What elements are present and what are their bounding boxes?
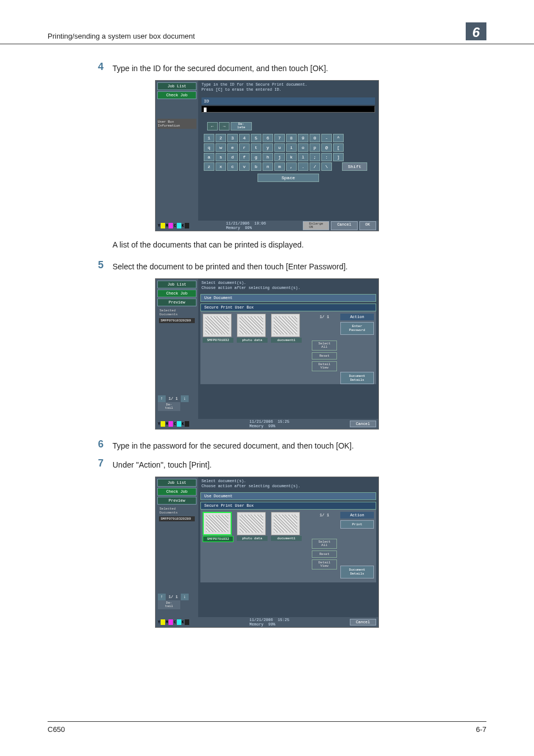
kb-key[interactable]: t [251,143,261,152]
kb-key[interactable]: r [239,143,250,152]
kb-key[interactable]: \ [321,162,332,171]
kb-key[interactable]: n [263,162,273,171]
kb-key[interactable]: e [227,143,238,152]
kb-shift-button[interactable]: Shift [342,162,367,171]
cancel-button[interactable]: Cancel [350,619,376,626]
kb-key[interactable]: 0 [310,134,320,142]
doc-thumb[interactable]: SMFP0701032 [203,314,233,343]
kb-key[interactable]: 5 [251,134,261,142]
page-down-button[interactable]: ↓ [181,594,189,600]
checkjob-button[interactable]: Check Job [157,488,196,496]
detail-button[interactable]: De- tail [158,402,180,411]
doc-thumb[interactable]: photo data [237,512,268,542]
kb-key[interactable]: [ [333,143,344,152]
kb-key[interactable]: b [251,162,261,171]
kb-key[interactable]: 4 [239,134,250,142]
preview-button[interactable]: Preview [157,298,196,306]
kb-key[interactable]: c [227,162,238,171]
kb-key[interactable]: w [216,143,226,152]
kb-key[interactable]: i [286,143,297,152]
kb-key[interactable]: ^ [333,134,344,142]
document-details-button[interactable]: Document Details [340,372,374,384]
kb-key[interactable]: 9 [298,134,308,142]
screenshot-select-doc: Job List Check Job Preview Selected Docu… [155,278,379,430]
select-all-button[interactable]: Select All [312,539,337,549]
kb-key[interactable]: ] [333,153,344,161]
cancel-button[interactable]: Cancel [331,221,357,230]
kb-key[interactable]: q [204,143,214,152]
kb-key[interactable]: 6 [263,134,273,142]
kb-key[interactable]: l [298,153,308,161]
cancel-button[interactable]: Cancel [350,421,376,427]
page-down-button[interactable]: ↓ [181,395,189,402]
reset-button[interactable]: Reset [312,352,337,360]
kb-key[interactable]: @ [321,143,332,152]
kb-key[interactable]: p [310,143,320,152]
toner-indicators: YMCK [158,421,189,427]
tab-use-document[interactable]: Use Document [200,294,376,302]
select-all-button[interactable]: Select All [312,340,337,351]
step-text-4: Type in the ID for the secured document,… [113,63,328,74]
selected-doc-item: SMFP07010320280 [159,516,195,521]
kb-key[interactable]: u [274,143,285,152]
kb-delete-button[interactable]: De- lete [231,122,252,130]
screenshot-action-print: Job List Check Job Preview Selected Docu… [155,477,379,628]
step-number-5: 5 [48,259,104,271]
kb-key[interactable]: k [286,153,297,161]
kb-key[interactable]: g [251,153,261,161]
enlarge-button[interactable]: Enlarge ON [303,221,329,230]
reset-button[interactable]: Reset [312,550,337,558]
kb-key[interactable]: . [298,162,308,171]
kb-key[interactable]: / [310,162,320,171]
ok-button[interactable]: OK [359,221,376,230]
kb-key[interactable]: d [227,153,238,161]
checkjob-button[interactable]: Check Job [157,91,196,99]
step-number-4: 4 [48,61,104,73]
tab-secure-print[interactable]: Secure Print User Box [200,304,376,311]
kb-key[interactable]: y [263,143,273,152]
preview-button[interactable]: Preview [157,497,196,505]
kb-key[interactable]: , [286,162,297,171]
detail-view-button[interactable]: Detail View [312,559,337,570]
kb-key[interactable]: 8 [286,134,297,142]
print-button[interactable]: Print [340,520,374,529]
kb-key[interactable]: ; [310,153,320,161]
page-up-button[interactable]: ↑ [158,395,166,402]
kb-key[interactable]: o [298,143,308,152]
kb-key[interactable]: h [263,153,273,161]
kb-left-arrow[interactable]: ← [207,122,218,130]
joblist-button[interactable]: Job List [157,281,196,288]
detail-view-button[interactable]: Detail View [312,361,337,371]
kb-key[interactable]: a [204,153,214,161]
doc-thumb[interactable]: SMFP0701032 [203,512,233,542]
enter-password-button[interactable]: Enter Password [340,322,374,334]
kb-key[interactable]: j [274,153,285,161]
kb-key[interactable]: f [239,153,250,161]
joblist-button[interactable]: Job List [157,479,196,487]
doc-thumb[interactable]: document1 [271,314,302,343]
joblist-button[interactable]: Job List [157,82,196,90]
kb-key[interactable]: 3 [227,134,238,142]
tab-use-document[interactable]: Use Document [200,492,376,500]
id-input[interactable] [202,106,375,113]
tab-secure-print[interactable]: Secure Print User Box [200,502,376,510]
detail-button[interactable]: De- tail [158,600,180,609]
kb-key[interactable]: 1 [204,134,214,142]
kb-right-arrow[interactable]: → [219,122,229,130]
doc-thumb[interactable]: document1 [271,512,302,542]
kb-key[interactable]: 2 [216,134,226,142]
panel-message: Select document(s). Choose action after … [198,279,378,292]
kb-key[interactable]: m [274,162,285,171]
kb-key[interactable]: : [321,153,332,161]
kb-key[interactable]: v [239,162,250,171]
kb-key[interactable]: - [321,134,332,142]
kb-key[interactable]: z [204,162,214,171]
kb-space-button[interactable]: Space [257,174,319,182]
kb-key[interactable]: x [216,162,226,171]
kb-key[interactable]: s [216,153,226,161]
page-up-button[interactable]: ↑ [158,594,166,600]
kb-key[interactable]: 7 [274,134,285,142]
document-details-button[interactable]: Document Details [340,566,374,578]
doc-thumb[interactable]: photo data [237,314,268,343]
checkjob-button[interactable]: Check Job [157,290,196,297]
